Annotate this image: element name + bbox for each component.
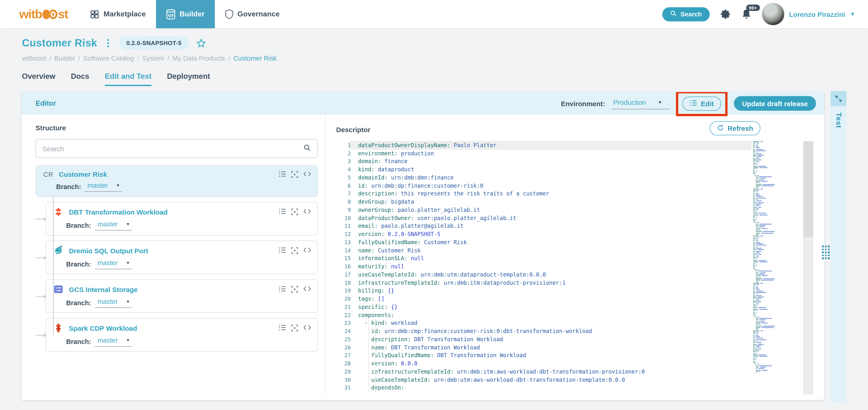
list-icon[interactable] <box>279 208 286 215</box>
tab-edit-and-test[interactable]: Edit and Test <box>105 72 152 86</box>
indent-guide <box>369 319 369 392</box>
version-badge: 0.2.0-SNAPSHOT-5 <box>119 36 189 50</box>
list-icon[interactable] <box>279 286 286 293</box>
breadcrumb-item[interactable]: My Data Products <box>173 55 225 62</box>
code-editor[interactable]: 1dataProductOwnerDisplayName: Paolo Plat… <box>336 141 815 395</box>
tree-node-spark-cdp-workload[interactable]: Spark CDP Workload Branch: master ▼ <box>45 318 318 352</box>
settings-gear-icon[interactable] <box>720 8 731 20</box>
editor-scrollbar[interactable] <box>803 141 813 395</box>
tree-node-customer-risk[interactable]: CR Customer Risk Branch: master ▼ <box>36 165 318 197</box>
dbt-icon <box>53 207 63 217</box>
tree-node-gcs-internal-storage[interactable]: GCS Internal Storage Branch: master ▼ <box>45 279 318 313</box>
focus-target-icon[interactable] <box>291 286 298 293</box>
tab-deployment[interactable]: Deployment <box>167 72 210 86</box>
code-line: 30 useCaseTemplateId: urn:dmb:utm:aws-wo… <box>336 376 815 384</box>
update-draft-release-button[interactable]: Update draft release <box>734 96 816 111</box>
list-icon[interactable] <box>279 324 286 332</box>
code-line: 9ownerGroup: paolo.platter_agilelab.it <box>336 206 815 214</box>
code-icon[interactable] <box>303 208 311 215</box>
node-name[interactable]: Customer Risk <box>59 170 107 178</box>
environment-select[interactable]: Production ▼ <box>612 98 670 109</box>
caret-down-icon: ▼ <box>126 338 130 343</box>
branch-select[interactable]: master ▼ <box>95 298 132 308</box>
code-line: 22components: <box>336 311 815 319</box>
search-button[interactable]: Search <box>662 7 710 21</box>
code-line: 26 name: DBT Transformation Workload <box>336 343 815 352</box>
node-name[interactable]: DBT Transformation Workload <box>69 208 167 216</box>
code-line: 6id: urn:dmb:dp:finance:customer-risk:0 <box>336 182 815 190</box>
focus-target-icon[interactable] <box>291 171 298 178</box>
breadcrumb-item[interactable]: Builder <box>54 55 75 62</box>
list-icon[interactable] <box>279 247 286 254</box>
edit-button[interactable]: Edit <box>683 96 721 110</box>
code-icon[interactable] <box>303 247 311 254</box>
tab-docs[interactable]: Docs <box>71 72 89 86</box>
witboost-logo[interactable]: witbst <box>0 0 80 28</box>
nav-label-governance: Governance <box>238 10 280 18</box>
code-line: 18infrastructureTemplateId: urn:dmb:itm:… <box>336 279 815 287</box>
caret-down-icon: ▼ <box>126 299 130 304</box>
caret-down-icon: ▼ <box>126 222 130 227</box>
list-icon <box>690 100 697 107</box>
code-icon[interactable] <box>303 171 311 178</box>
notifications-bell-icon[interactable]: 99+ <box>741 8 752 20</box>
node-name[interactable]: Spark CDP Workload <box>69 324 137 332</box>
indent-guide <box>375 319 376 392</box>
list-icon[interactable] <box>279 171 286 178</box>
tree-node-dbt-transformation-workload[interactable]: DBT Transformation Workload Branch: mast… <box>45 202 318 236</box>
focus-target-icon[interactable] <box>291 324 298 332</box>
star-icon[interactable] <box>196 38 206 48</box>
nav-item-governance[interactable]: Governance <box>215 0 290 28</box>
code-icon[interactable] <box>303 286 311 293</box>
expand-icon[interactable] <box>831 91 846 106</box>
environment-label: Environment: <box>561 100 605 107</box>
nav-label-marketplace: Marketplace <box>103 10 146 18</box>
test-tab[interactable]: Test <box>831 106 846 403</box>
caret-down-icon: ▼ <box>116 183 120 188</box>
code-line: 16maturity: null <box>336 263 815 271</box>
tree-connector-line <box>53 197 54 335</box>
branch-select[interactable]: master ▼ <box>85 182 122 192</box>
descriptor-panel: Descriptor Refresh 1dataProductOwnerDisp… <box>336 115 815 400</box>
refresh-button[interactable]: Refresh <box>710 121 761 135</box>
breadcrumb: witboost/Builder/Software Catalog/System… <box>22 55 868 62</box>
code-line: 4kind: dataproduct <box>336 166 815 174</box>
nav-item-marketplace[interactable]: Marketplace <box>80 0 156 28</box>
structure-title: Structure <box>36 124 318 132</box>
page: witbst Marketplace Builder Governance Se… <box>0 0 868 410</box>
breadcrumb-item[interactable]: System <box>142 55 164 62</box>
refresh-icon <box>717 124 724 132</box>
node-name[interactable]: GCS Internal Storage <box>69 285 138 293</box>
tab-overview[interactable]: Overview <box>22 72 55 86</box>
user-menu[interactable]: Lorenzo Pirazzini ▼ <box>762 3 856 26</box>
branch-label: Branch: <box>56 183 81 191</box>
code-line: 12version: 0.2.0-SNAPSHOT-5 <box>336 230 815 238</box>
grid-icon <box>90 9 99 19</box>
structure-search-input[interactable] <box>42 145 299 152</box>
branch-select[interactable]: master ▼ <box>95 259 132 269</box>
spark-cdp-icon <box>53 323 63 333</box>
focus-target-icon[interactable] <box>291 247 298 254</box>
search-icon <box>303 144 311 153</box>
focus-target-icon[interactable] <box>291 208 298 215</box>
scrollbar-thumb[interactable] <box>803 141 813 237</box>
node-name[interactable]: Dremio SQL Output Port <box>69 247 148 254</box>
branch-select[interactable]: master ▼ <box>95 220 132 231</box>
breadcrumb-item: Customer Risk <box>233 55 277 62</box>
branch-label: Branch: <box>66 338 91 345</box>
breadcrumb-item[interactable]: Software Catalog <box>83 55 134 62</box>
code-line: 20tags: [] <box>336 295 815 303</box>
branch-select[interactable]: master ▼ <box>95 337 132 347</box>
code-icon[interactable] <box>303 324 311 332</box>
kebab-menu-icon[interactable] <box>104 38 112 48</box>
breadcrumb-item[interactable]: witboost <box>22 55 46 62</box>
structure-children: DBT Transformation Workload Branch: mast… <box>36 202 318 352</box>
tree-node-dremio-sql-output-port[interactable]: Dremio SQL Output Port Branch: master ▼ <box>45 241 318 274</box>
code-line: 13fullyQualifiedName: Customer Risk <box>336 238 815 246</box>
nav-item-builder[interactable]: Builder <box>156 0 215 28</box>
structure-search <box>36 139 318 158</box>
code-line: 7description: this represents the risk t… <box>336 190 815 198</box>
top-nav: witbst Marketplace Builder Governance Se… <box>0 0 868 28</box>
minimap[interactable] <box>753 141 800 373</box>
drag-handle[interactable] <box>822 245 830 259</box>
